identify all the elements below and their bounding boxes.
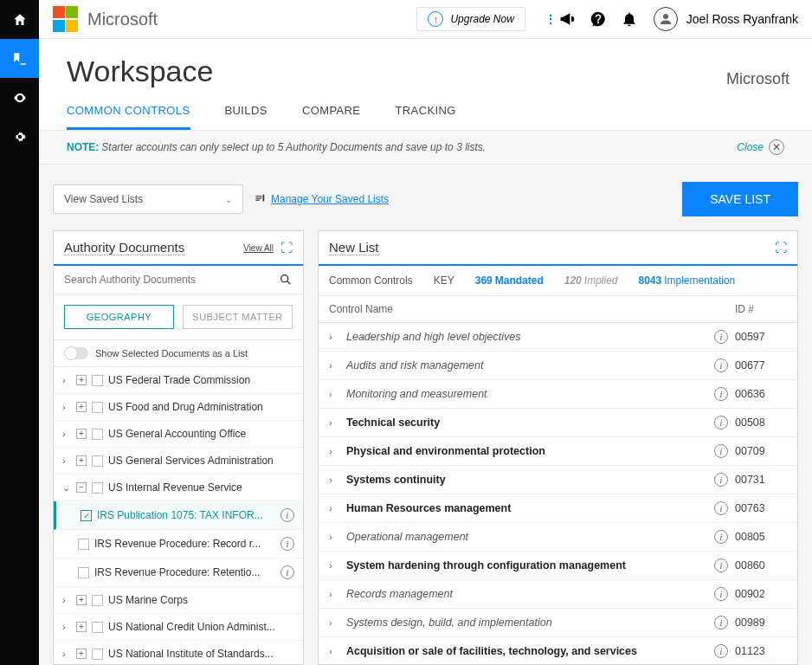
checkbox[interactable] [92, 482, 103, 494]
expand-box-icon[interactable]: + [76, 595, 87, 605]
filter-subject[interactable]: SUBJECT MATTER [183, 305, 293, 329]
info-icon[interactable]: i [714, 444, 728, 458]
control-row[interactable]: › Operational management i 00805 [319, 523, 797, 552]
tab-builds[interactable]: BUILDS [225, 104, 267, 130]
info-icon[interactable]: i [280, 565, 294, 579]
checkbox[interactable] [92, 455, 103, 467]
tree-document[interactable]: IRS Revenue Procedure: Record r... i [54, 530, 303, 558]
authority-panel-title: Authority Documents [64, 240, 184, 255]
tab-compare[interactable]: COMPARE [302, 104, 361, 130]
info-icon[interactable]: i [714, 358, 728, 372]
note-label: NOTE: [67, 141, 99, 153]
tab-common-controls[interactable]: COMMON CONTROLS [67, 104, 190, 130]
microsoft-logo-icon [53, 6, 79, 32]
info-icon[interactable]: i [714, 530, 728, 544]
manage-link[interactable]: Manage Your Saved Lists [271, 193, 389, 205]
control-row[interactable]: › Systems continuity i 00731 [319, 466, 797, 494]
notifications-button[interactable] [621, 10, 638, 28]
control-row[interactable]: › Leadership and high level objectives i… [319, 323, 797, 352]
checkbox[interactable] [92, 595, 103, 606]
info-icon[interactable]: i [714, 501, 728, 515]
info-icon[interactable]: i [714, 644, 728, 658]
info-icon[interactable]: i [714, 416, 728, 429]
control-row[interactable]: › Audits and risk management i 00677 [319, 352, 797, 380]
checkbox[interactable]: ✓ [81, 510, 92, 521]
control-row[interactable]: › Acquisition or sale of facilities, tec… [319, 637, 797, 664]
expand-icon[interactable]: ⛶ [775, 241, 787, 255]
filter-geography[interactable]: GEOGRAPHY [64, 305, 174, 329]
bell-icon [621, 10, 638, 28]
info-icon[interactable]: i [714, 330, 728, 344]
nav-home[interactable] [0, 0, 39, 39]
control-table-header: Control Name ID # [319, 296, 797, 323]
tree-folder[interactable]: › + US Federal Trade Commission [54, 367, 303, 394]
tree-folder[interactable]: › + US Food and Drug Administration [54, 394, 303, 421]
chevron-icon: › [62, 622, 71, 632]
expand-box-icon[interactable]: + [76, 649, 87, 659]
authority-tree[interactable]: › + US Federal Trade Commission› + US Fo… [54, 367, 303, 664]
search-icon[interactable] [279, 273, 293, 287]
tree-folder[interactable]: › + US General Services Administration [54, 448, 303, 475]
control-name: Systems continuity [346, 474, 714, 486]
expand-box-icon[interactable]: + [76, 402, 87, 412]
expand-box-icon[interactable]: + [76, 429, 87, 439]
view-all-link[interactable]: View All [243, 243, 274, 253]
control-list[interactable]: › Leadership and high level objectives i… [319, 323, 797, 664]
info-icon[interactable]: i [280, 537, 294, 551]
workspace-toolbar: View Saved Lists ⌄ Manage Your Saved Lis… [53, 182, 798, 216]
view-saved-dropdown[interactable]: View Saved Lists ⌄ [53, 184, 243, 214]
expand-icon[interactable]: ⛶ [280, 241, 293, 255]
control-row[interactable]: › Systems design, build, and implementat… [319, 609, 797, 637]
checkbox[interactable] [92, 649, 103, 660]
help-button[interactable] [590, 10, 607, 28]
control-row[interactable]: › Human Resources management i 00763 [319, 494, 797, 523]
chevron-right-icon: › [329, 360, 341, 371]
info-icon[interactable]: i [714, 387, 728, 401]
save-list-button[interactable]: SAVE LIST [682, 182, 798, 216]
list-panel-title: New List [329, 240, 379, 255]
chevron-right-icon: › [329, 589, 341, 599]
tree-document[interactable]: IRS Revenue Procedure: Retentio... i [54, 558, 303, 587]
tree-folder[interactable]: › + US Marine Corps [54, 587, 303, 614]
control-row[interactable]: › Technical security i 00508 [319, 409, 797, 437]
tree-folder[interactable]: › + US General Accounting Office [54, 421, 303, 448]
nav-settings[interactable] [0, 117, 39, 156]
announcements-button[interactable]: ⋮ [545, 10, 576, 28]
control-row[interactable]: › Records management i 00902 [319, 580, 797, 609]
checkbox[interactable] [78, 567, 89, 578]
upgrade-button[interactable]: ↑ Upgrade Now [416, 7, 525, 31]
tree-folder[interactable]: › + US National Credit Union Administ... [54, 614, 303, 641]
tree-folder[interactable]: › + US National Institute of Standards..… [54, 641, 303, 664]
checkbox[interactable] [92, 375, 103, 386]
expand-box-icon[interactable]: + [76, 455, 87, 466]
show-selected-toggle[interactable] [64, 347, 88, 359]
filter-buttons: GEOGRAPHY SUBJECT MATTER [54, 294, 303, 339]
checkbox[interactable] [92, 402, 103, 413]
chevron-icon: › [62, 402, 71, 412]
expand-box-icon[interactable]: − [76, 482, 87, 493]
checkbox[interactable] [92, 429, 103, 440]
checkbox[interactable] [92, 622, 103, 633]
info-icon[interactable]: i [714, 473, 728, 487]
info-icon[interactable]: i [714, 587, 728, 601]
info-icon[interactable]: i [714, 558, 728, 572]
control-row[interactable]: › Monitoring and measurement i 00636 [319, 380, 797, 409]
main-area: Microsoft ↑ Upgrade Now ⋮ Joel Ross Ryan… [39, 0, 812, 665]
tab-tracking[interactable]: TRACKING [395, 104, 455, 130]
expand-box-icon[interactable]: + [76, 622, 87, 632]
checkbox[interactable] [78, 539, 89, 550]
info-icon[interactable]: i [714, 616, 728, 629]
control-row[interactable]: › Physical and environmental protection … [319, 437, 797, 466]
authority-search-input[interactable] [64, 274, 279, 286]
note-close-button[interactable]: Close ✕ [737, 139, 784, 155]
chevron-right-icon: › [329, 646, 341, 656]
tree-folder[interactable]: ⌄ − US Internal Revenue Service [54, 475, 303, 501]
tree-document[interactable]: ✓ IRS Publication 1075: TAX INFOR... i [54, 501, 303, 530]
nav-view[interactable] [0, 78, 39, 117]
expand-box-icon[interactable]: + [76, 375, 87, 385]
info-icon[interactable]: i [280, 508, 294, 522]
chevron-right-icon: › [329, 532, 341, 542]
control-row[interactable]: › System hardening through configuration… [319, 552, 797, 580]
user-menu[interactable]: Joel Ross Ryanfrank [654, 7, 798, 31]
nav-workspace[interactable] [0, 39, 39, 78]
